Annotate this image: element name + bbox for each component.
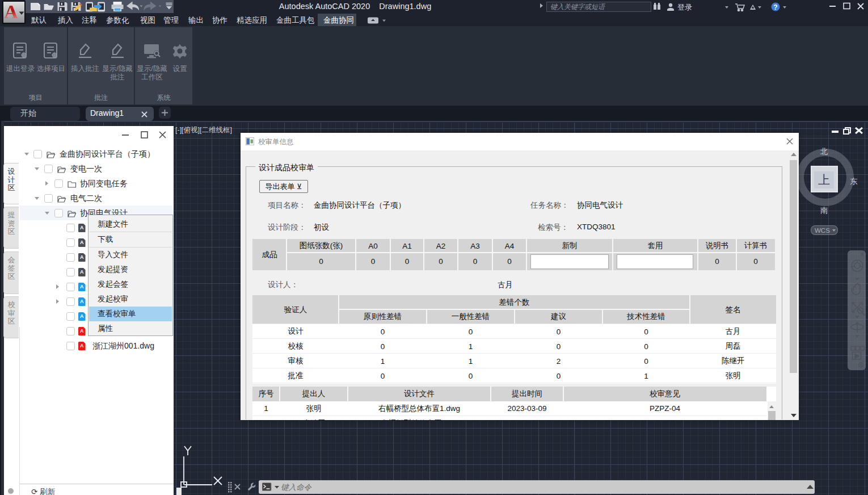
svg-text:登录: 登录 (677, 3, 692, 11)
svg-text:A: A (4, 2, 18, 22)
svg-text:?: ? (773, 3, 777, 11)
